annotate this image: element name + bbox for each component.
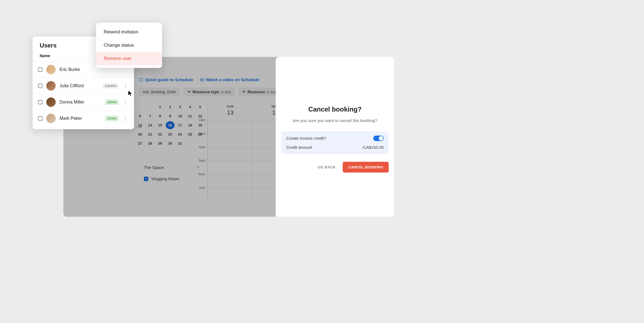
menu-resend-invitation[interactable]: Resend invitaion — [96, 25, 162, 39]
checkbox[interactable] — [38, 100, 42, 104]
status-badge: Inactive — [103, 83, 119, 89]
modal-title: Cancel booking? — [281, 105, 389, 113]
avatar — [46, 81, 56, 91]
more-icon[interactable]: ⋮ — [122, 83, 128, 89]
checkbox[interactable] — [38, 84, 42, 88]
more-icon[interactable]: ⋮ — [122, 99, 128, 105]
menu-change-status[interactable]: Change status — [96, 39, 162, 52]
go-back-button[interactable]: GO BACK — [313, 162, 340, 173]
avatar — [46, 65, 56, 74]
menu-remove-user[interactable]: Remove user — [96, 52, 162, 65]
user-row[interactable]: Donna Miller Active⋮ — [33, 94, 134, 110]
user-row[interactable]: Mark Peker Active⋮ — [33, 110, 134, 126]
invoice-credit-toggle[interactable] — [373, 136, 384, 141]
status-badge: Active — [105, 99, 119, 105]
modal-description: Are you sure you want to cancel this boo… — [281, 118, 389, 124]
user-context-menu: Resend invitaion Change status Remove us… — [96, 23, 162, 68]
user-row[interactable]: Julia Clifford Inactive⋮ — [33, 78, 134, 94]
credit-box: Create invoice credit? Credit amount -CA… — [281, 131, 389, 154]
checkbox[interactable] — [38, 67, 42, 72]
avatar — [46, 97, 56, 107]
checkbox[interactable] — [38, 116, 42, 121]
cancel-booking-button[interactable]: CANCEL BOOKING — [343, 162, 389, 173]
user-name: Donna Miller — [60, 100, 101, 105]
credit-amount-label: Credit amount — [286, 145, 312, 150]
status-badge: Active — [105, 116, 119, 121]
cursor-icon — [128, 90, 133, 98]
user-name: Julia Clifford — [60, 83, 99, 88]
user-name: Mark Peker — [60, 116, 101, 121]
credit-question-label: Create invoice credit? — [286, 136, 326, 141]
cancel-booking-modal: Cancel booking? Are you sure you want to… — [276, 57, 394, 217]
credit-amount-value: -CA$150.00 — [362, 145, 384, 150]
avatar — [46, 114, 56, 123]
more-icon[interactable]: ⋮ — [122, 115, 128, 121]
